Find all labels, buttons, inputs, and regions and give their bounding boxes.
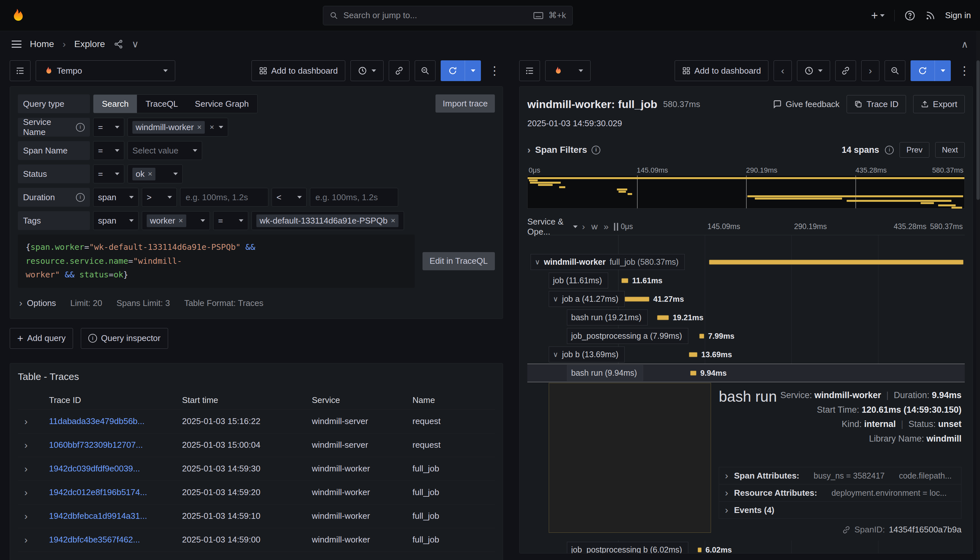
attributes-accordion[interactable]: ›Events (4) — [719, 501, 962, 519]
span-bar[interactable] — [699, 333, 704, 338]
run-query-button[interactable] — [441, 60, 481, 81]
tab-service-graph[interactable]: Service Graph — [187, 95, 257, 113]
panel-kebab-menu[interactable]: ⋮ — [486, 64, 503, 78]
chevron-down-icon[interactable]: ∨ — [132, 39, 139, 49]
new-button[interactable]: + — [871, 10, 884, 22]
duration-max-input[interactable] — [310, 188, 398, 207]
status-select[interactable]: ok× — [128, 165, 183, 183]
outline-toggle-button[interactable] — [519, 60, 540, 81]
zoom-out-button[interactable] — [885, 60, 905, 81]
datasource-picker[interactable] — [545, 60, 591, 81]
time-shift-forward-button[interactable]: › — [861, 60, 879, 81]
expand-all-icon[interactable]: ∨∨ — [590, 222, 596, 231]
panel-kebab-menu[interactable]: ⋮ — [956, 64, 973, 78]
span-bar[interactable] — [698, 547, 702, 552]
breadcrumb-explore[interactable]: Explore — [74, 39, 105, 49]
refresh-interval-dropdown[interactable] — [465, 60, 481, 81]
span-name[interactable]: job (11.61ms) — [549, 273, 608, 288]
span-name-operator[interactable]: = — [93, 141, 124, 160]
breadcrumb-home[interactable]: Home — [30, 39, 54, 49]
options-row[interactable]: › Options Limit: 20Spans Limit: 3Table F… — [18, 295, 495, 311]
time-picker[interactable] — [350, 60, 383, 81]
refresh-interval-dropdown[interactable] — [935, 60, 951, 81]
span-bar[interactable] — [625, 297, 649, 302]
import-trace-button[interactable]: Import trace — [435, 94, 495, 113]
refresh-icon[interactable] — [910, 60, 935, 81]
service-name-chip[interactable]: windmill-worker× — [132, 121, 205, 134]
help-icon[interactable] — [904, 10, 915, 21]
remove-chip-icon[interactable]: × — [148, 169, 152, 178]
table-row[interactable]: ›1060bbf732309b12707...2025-01-03 15:00:… — [18, 433, 495, 457]
share-shortlink-button[interactable] — [835, 60, 856, 81]
row-expander-icon[interactable]: › — [18, 511, 49, 522]
span-name[interactable]: job_postprocessing a (7.99ms) — [567, 328, 688, 344]
zoom-out-button[interactable] — [415, 60, 435, 81]
give-feedback-button[interactable]: Give feedback — [773, 99, 840, 109]
span-row[interactable]: 13.69ms∨job b (13.69ms) — [527, 345, 965, 364]
tag-key-chip[interactable]: worker× — [147, 215, 186, 227]
row-expander-icon[interactable]: › — [18, 463, 49, 474]
time-picker[interactable] — [797, 60, 830, 81]
outline-toggle-button[interactable] — [10, 60, 30, 81]
trace-id-link[interactable]: 1942dbfc4be3567f462... — [49, 535, 182, 545]
attributes-accordion[interactable]: ›Span Attributes:busy_ns = 3582417code.f… — [719, 467, 962, 484]
trace-id-link[interactable]: 1942dbf9d9fa6108d0d1... — [49, 558, 182, 560]
tags-scope-select[interactable]: span — [93, 211, 138, 230]
refresh-icon[interactable] — [441, 60, 465, 81]
page-scrollbar[interactable] — [976, 31, 980, 560]
next-span-button[interactable]: Next — [935, 142, 965, 158]
remove-chip-icon[interactable]: × — [178, 216, 183, 225]
span-bar[interactable] — [657, 315, 669, 320]
service-name-operator[interactable]: = — [93, 118, 124, 137]
tab-search[interactable]: Search — [93, 95, 137, 113]
row-expander-icon[interactable]: › — [18, 487, 49, 498]
duration-lt-operator[interactable]: < — [272, 188, 307, 207]
span-row[interactable]: 7.99msjob_postprocessing a (7.99ms) — [527, 327, 965, 345]
time-shift-back-button[interactable]: ‹ — [773, 60, 792, 81]
row-expander-icon[interactable]: › — [18, 416, 49, 427]
table-row[interactable]: ›1942dbfebca1d9914a31...2025-01-03 14:59… — [18, 504, 495, 528]
span-name-select[interactable]: Select value — [128, 141, 202, 160]
search-input[interactable]: Search or jump to... ⌘+k — [323, 6, 573, 25]
row-expander-icon[interactable]: › — [18, 558, 49, 560]
trace-id-link[interactable]: 1942dbfebca1d9914a31... — [49, 511, 182, 521]
row-expander-icon[interactable]: › — [18, 440, 49, 451]
span-filters-toggle[interactable]: › Span Filters i — [527, 145, 600, 155]
table-row[interactable]: ›1942dbf9d9fa6108d0d1...2025-01-03 14:58… — [18, 552, 495, 560]
trace-id-button[interactable]: Trace ID — [847, 95, 906, 113]
span-name[interactable]: ∨job a (41.27ms) — [549, 291, 625, 307]
span-row[interactable]: ∨windmill-workerfull_job (580.37ms) — [527, 253, 965, 271]
attributes-accordion[interactable]: ›Resource Attributes:deployment.environm… — [719, 484, 962, 502]
duration-gt-operator[interactable]: > — [142, 188, 177, 207]
edit-in-traceql-button[interactable]: Edit in TraceQL — [423, 252, 495, 270]
share-icon[interactable] — [113, 39, 123, 49]
chevron-down-icon[interactable]: ∨ — [535, 258, 540, 267]
column-header[interactable]: Service & Ope... — [527, 217, 568, 237]
collapse-one-icon[interactable]: › — [582, 222, 585, 232]
tab-traceql[interactable]: TraceQL — [137, 95, 186, 113]
trace-id-link[interactable]: 1942dc039dfdf9e0039... — [49, 463, 182, 474]
tag-value-chip[interactable]: wk-default-133114d6a91e-PSPQb× — [257, 215, 398, 227]
span-row[interactable]: 9.94msbash run (9.94ms) — [527, 364, 965, 382]
span-name[interactable]: ∨windmill-workerfull_job (580.37ms) — [530, 254, 685, 270]
row-expander-icon[interactable]: › — [18, 534, 49, 545]
trace-id-link[interactable]: 1942dc012e8f196b5174... — [49, 487, 182, 497]
remove-chip-icon[interactable]: × — [197, 123, 202, 132]
table-row[interactable]: ›1942dc039dfdf9e0039...2025-01-03 14:59:… — [18, 457, 495, 480]
run-query-button[interactable] — [910, 60, 951, 81]
table-row[interactable]: ›1942dbfc4be3567f462...2025-01-03 14:59:… — [18, 528, 495, 552]
span-row[interactable]: 6.02msjob_postprocessing b (6.02ms) — [527, 540, 965, 553]
chevron-down-icon[interactable] — [573, 225, 578, 228]
span-name[interactable]: ∨job b (13.69ms) — [549, 347, 625, 362]
collapse-chevron-icon[interactable]: ∧ — [961, 38, 968, 50]
table-row[interactable]: ›1942dc012e8f196b5174...2025-01-03 14:59… — [18, 480, 495, 504]
tags-key-select[interactable]: worker× — [142, 211, 210, 230]
span-bar[interactable] — [709, 260, 963, 265]
span-name[interactable]: bash run (19.21ms) — [567, 310, 648, 325]
query-inspector-button[interactable]: i Query inspector — [81, 328, 168, 349]
link-icon[interactable] — [842, 526, 850, 534]
sign-in-button[interactable]: Sign in — [945, 10, 971, 20]
span-bar[interactable] — [689, 352, 697, 357]
span-name[interactable]: job_postprocessing b (6.02ms) — [567, 542, 688, 553]
span-row[interactable]: 11.61msjob (11.61ms) — [527, 271, 965, 290]
